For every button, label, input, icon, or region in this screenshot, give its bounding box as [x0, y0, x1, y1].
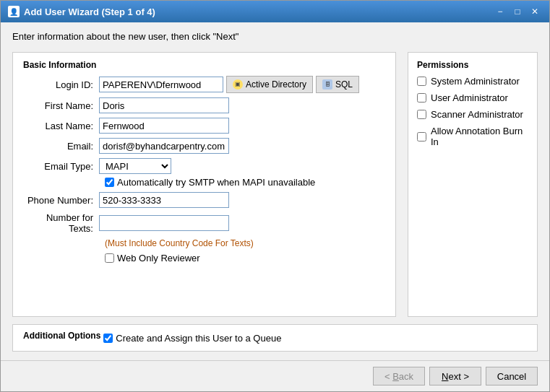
- minimize-button[interactable]: −: [493, 5, 507, 18]
- next-label: Next >: [442, 371, 469, 382]
- ad-icon: ▣: [233, 79, 243, 90]
- system-admin-checkbox[interactable]: [417, 77, 426, 86]
- window-icon: 👤: [8, 6, 20, 17]
- ad-button-label: Active Directory: [246, 79, 306, 90]
- additional-options-title: Additional Options: [23, 331, 100, 341]
- first-name-row: First Name:: [23, 97, 385, 113]
- email-type-select[interactable]: MAPI SMTP: [99, 158, 171, 174]
- main-content: Basic Information Login ID: ▣ Active Dir…: [12, 52, 538, 317]
- sql-icon: 🗄: [322, 79, 332, 90]
- annotation-burnin-label: Allow Annotation Burn In: [431, 126, 528, 147]
- smtp-checkbox[interactable]: [105, 178, 114, 187]
- login-id-controls: ▣ Active Directory 🗄 SQL: [99, 76, 359, 93]
- text-number-row: Number for Texts:: [23, 212, 385, 234]
- email-input[interactable]: [99, 138, 229, 154]
- login-id-row: Login ID: ▣ Active Directory 🗄 SQL: [23, 76, 385, 93]
- additional-options-section: Additional Options Create and Assign thi…: [12, 324, 538, 352]
- web-only-label[interactable]: Web Only Reviewer: [117, 253, 200, 263]
- instructions-text: Enter information about the new user, th…: [12, 31, 538, 42]
- web-only-checkbox[interactable]: [105, 253, 114, 263]
- text-number-label: Number for Texts:: [23, 212, 99, 234]
- basic-info-panel: Basic Information Login ID: ▣ Active Dir…: [12, 52, 396, 317]
- permissions-panel: Permissions System Administrator User Ad…: [408, 52, 538, 317]
- maximize-button[interactable]: □: [510, 5, 525, 18]
- email-row: Email:: [23, 138, 385, 154]
- system-admin-label: System Administrator: [431, 76, 520, 87]
- cancel-label: Cancel: [497, 371, 526, 382]
- email-type-label: Email Type:: [23, 161, 99, 172]
- window-icon-char: 👤: [9, 8, 18, 16]
- scanner-admin-checkbox[interactable]: [417, 110, 426, 119]
- window-body: Enter information about the new user, th…: [1, 22, 549, 360]
- queue-row: Create and Assign this User to a Queue: [103, 333, 281, 344]
- perm-row-useradmin: User Administrator: [417, 92, 528, 103]
- cancel-button[interactable]: Cancel: [486, 367, 538, 386]
- email-type-row: Email Type: MAPI SMTP: [23, 158, 385, 174]
- phone-row: Phone Number:: [23, 192, 385, 208]
- queue-label[interactable]: Create and Assign this User to a Queue: [116, 333, 281, 344]
- title-bar-controls: − □ ✕: [493, 5, 542, 18]
- queue-checkbox[interactable]: [103, 334, 113, 343]
- smtp-checkbox-label[interactable]: Automatically try SMTP when MAPI unavail…: [117, 177, 315, 188]
- main-window: 👤 Add User Wizard (Step 1 of 4) − □ ✕ En…: [0, 0, 550, 392]
- last-name-input[interactable]: [99, 118, 229, 134]
- user-admin-label: User Administrator: [431, 92, 508, 103]
- country-code-note: (Must Include Country Code For Texts): [105, 238, 385, 248]
- perm-row-scanneradmin: Scanner Administrator: [417, 109, 528, 120]
- back-label: < Back: [384, 371, 413, 382]
- first-name-label: First Name:: [23, 100, 99, 111]
- web-only-row: Web Only Reviewer: [105, 253, 385, 263]
- next-button[interactable]: Next >: [429, 367, 481, 386]
- additional-options-panel: Additional Options Create and Assign thi…: [12, 324, 538, 352]
- active-directory-button[interactable]: ▣ Active Directory: [226, 76, 313, 93]
- title-bar: 👤 Add User Wizard (Step 1 of 4) − □ ✕: [1, 1, 549, 22]
- user-admin-checkbox[interactable]: [417, 93, 426, 103]
- sql-button-label: SQL: [335, 79, 353, 90]
- first-name-input[interactable]: [99, 97, 229, 113]
- annotation-burnin-checkbox[interactable]: [417, 132, 426, 141]
- last-name-label: Last Name:: [23, 121, 99, 131]
- scanner-admin-label: Scanner Administrator: [431, 109, 523, 120]
- last-name-row: Last Name:: [23, 118, 385, 134]
- phone-label: Phone Number:: [23, 195, 99, 206]
- sql-button[interactable]: 🗄 SQL: [316, 76, 359, 93]
- smtp-checkbox-row: Automatically try SMTP when MAPI unavail…: [105, 177, 385, 188]
- perm-row-sysadmin: System Administrator: [417, 76, 528, 87]
- email-label: Email:: [23, 141, 99, 152]
- back-button[interactable]: < Back: [373, 367, 425, 386]
- perm-row-annotationburnin: Allow Annotation Burn In: [417, 126, 528, 147]
- basic-info-title: Basic Information: [23, 60, 385, 70]
- login-id-input[interactable]: [99, 77, 223, 92]
- window-title: Add User Wizard (Step 1 of 4): [24, 6, 493, 17]
- phone-input[interactable]: [99, 192, 229, 208]
- permissions-title: Permissions: [417, 60, 528, 70]
- login-id-label: Login ID:: [23, 79, 99, 90]
- text-number-input[interactable]: [99, 215, 229, 231]
- footer-bar: < Back Next > Cancel: [1, 360, 549, 391]
- close-button[interactable]: ✕: [528, 5, 542, 18]
